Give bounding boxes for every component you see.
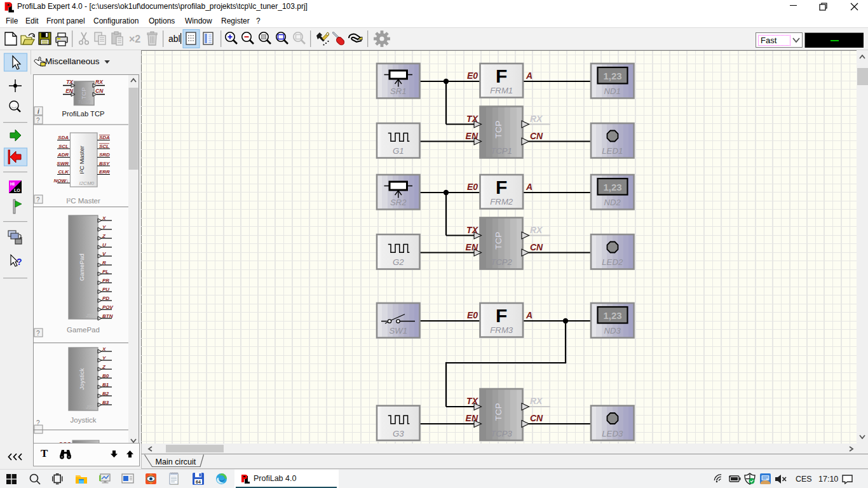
svg-text:POV: POV [102,304,114,310]
svg-text:Joystick: Joystick [78,368,85,390]
svg-text:FRM2: FRM2 [490,197,513,207]
svg-text:RX: RX [530,396,543,406]
svg-text:G3: G3 [393,429,404,438]
svg-text:RX: RX [530,114,543,124]
svg-text:F: F [496,177,507,198]
svg-text:I2CM0: I2CM0 [79,180,94,186]
svg-text:TCP: TCP [494,120,503,139]
svg-text:TCP3: TCP3 [491,429,512,438]
svg-text:PU: PU [102,287,109,292]
svg-text:?: ? [36,419,40,426]
svg-text:LED2: LED2 [602,257,623,267]
svg-text:EN: EN [466,413,478,423]
svg-text:FRM1: FRM1 [490,86,513,95]
svg-text:LED3: LED3 [602,429,623,438]
svg-text:TCP: TCP [494,231,503,250]
svg-text:B3: B3 [102,400,109,405]
svg-text:CN: CN [530,413,543,423]
svg-text:i: i [37,108,39,115]
svg-text:BSY: BSY [99,161,110,166]
svg-text:PL: PL [102,269,109,274]
svg-text:TCP0: TCP0 [78,99,90,105]
svg-text:ADR: ADR [57,152,69,158]
svg-text:LED1: LED1 [602,146,623,156]
svg-text:E0: E0 [467,71,478,81]
svg-text:GamePad: GamePad [78,254,85,281]
svg-text:Z: Z [102,233,106,239]
svg-text:TX: TX [466,225,479,235]
svg-text:?: ? [36,196,40,203]
svg-text:F: F [496,305,507,326]
svg-text:SR2: SR2 [390,198,407,207]
svg-text:SCL: SCL [58,144,69,149]
svg-text:SWR: SWR [57,161,69,166]
svg-text:CN: CN [530,131,543,141]
svg-text:1,23: 1,23 [603,71,621,81]
svg-text:Y: Y [102,224,106,230]
svg-text:JS0: JS0 [85,313,95,318]
svg-text:X: X [102,215,106,221]
svg-text:I²C Master: I²C Master [66,197,100,205]
svg-text:SDA: SDA [58,135,69,140]
svg-text:abl: abl [168,34,180,44]
svg-text:JS0: JS0 [85,404,95,410]
svg-text:F: F [496,65,507,86]
svg-text:RX: RX [530,225,543,235]
svg-text:?: ? [36,117,40,124]
svg-text:I²C Master: I²C Master [78,146,85,173]
svg-text:NOW↓: NOW↓ [53,178,69,184]
svg-text:EN: EN [466,131,478,141]
svg-text:PR: PR [102,278,109,283]
svg-text:CN: CN [95,88,104,94]
svg-text:G1: G1 [393,146,404,156]
svg-text:A: A [526,310,532,320]
svg-text:SR1: SR1 [390,86,407,96]
svg-text:G2: G2 [393,257,404,267]
svg-text:ND3: ND3 [604,326,621,336]
svg-text:SRD: SRD [99,152,110,158]
svg-text:Main circuit: Main circuit [156,458,196,466]
svg-text:B1: B1 [102,382,109,388]
svg-text:?: ? [17,257,22,267]
svg-text:CN: CN [530,242,543,252]
svg-text:SW1: SW1 [389,326,407,336]
svg-text:TCP2: TCP2 [491,257,512,267]
svg-text:BTN: BTN [102,313,113,319]
svg-text:Y: Y [102,355,106,361]
svg-text:CLK: CLK [58,169,70,175]
svg-text:RX: RX [95,79,104,85]
svg-text:TCP1: TCP1 [491,146,512,156]
svg-text:A: A [526,71,532,81]
svg-text:EN: EN [466,242,478,252]
svg-text:1,23: 1,23 [603,310,621,321]
svg-text:1,23: 1,23 [603,182,621,193]
svg-text:ND1: ND1 [604,86,621,96]
svg-text:SDA: SDA [99,135,110,140]
svg-text:×2: ×2 [129,34,140,44]
svg-text:ProfiLab TCP: ProfiLab TCP [62,110,105,118]
svg-text:FRM3: FRM3 [490,325,513,335]
svg-text:LO: LO [14,188,20,193]
svg-text:SCL: SCL [99,144,109,149]
svg-text:TX: TX [466,396,479,406]
svg-text:GamePad: GamePad [67,326,100,334]
svg-text:TCP: TCP [80,88,87,100]
svg-text:PD: PD [102,295,109,301]
svg-text:U: U [102,242,106,248]
svg-text:Z: Z [102,364,106,370]
svg-text:TX: TX [466,114,479,124]
svg-text:X: X [102,346,106,352]
svg-text:V: V [102,251,106,257]
svg-text:B2: B2 [102,391,109,396]
svg-text:?: ? [36,330,40,337]
svg-text:E0: E0 [467,310,478,320]
svg-text:HI: HI [10,182,15,186]
svg-text:E0: E0 [467,182,478,192]
svg-text:ERR: ERR [99,169,110,175]
svg-text:64: 64 [196,480,201,484]
svg-text:Joystick: Joystick [71,416,97,424]
svg-text:TCP: TCP [494,403,503,421]
svg-text:R: R [102,260,106,266]
svg-text:ND2: ND2 [604,198,621,207]
svg-text:A: A [526,182,532,192]
